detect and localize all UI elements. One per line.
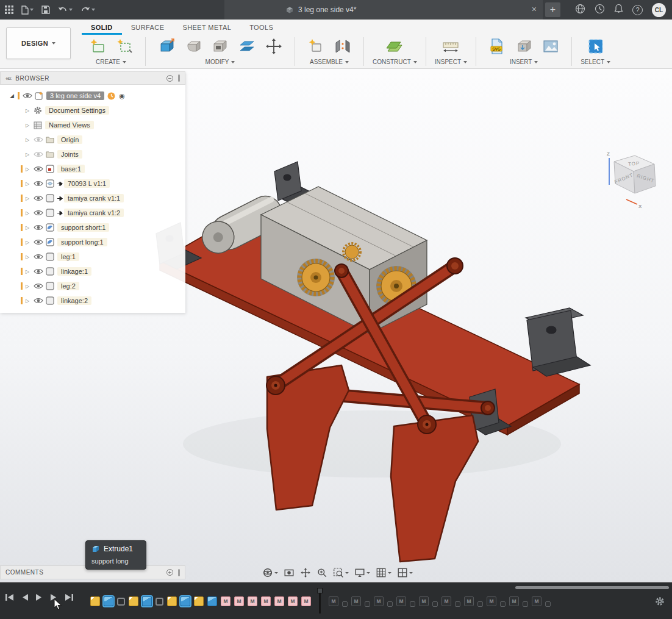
timeline-item-ghost-joint[interactable]: M (351, 596, 361, 606)
browser-row-tamiya-crank-1[interactable]: ▷ tamiya crank v1:1 (0, 191, 185, 206)
timeline-settings-gear-icon[interactable] (655, 596, 665, 609)
timeline-item-ghost-component[interactable] (545, 601, 551, 607)
move-copy-icon[interactable] (262, 35, 286, 57)
timeline-item-joint[interactable]: M (288, 596, 298, 606)
timeline-item-ghost-component[interactable] (432, 601, 438, 607)
timeline-item-ghost-joint[interactable]: M (396, 596, 406, 606)
undo-icon[interactable] (58, 6, 73, 14)
browser-row-root[interactable]: ◢ 3 leg one side v4 ◉ (0, 88, 185, 103)
timeline-item-ghost-joint[interactable]: M (487, 596, 496, 606)
timeline-item-ghost-joint[interactable]: M (419, 596, 429, 606)
expand-arrow-icon[interactable]: ▷ (26, 269, 34, 274)
job-status-icon[interactable] (595, 4, 605, 16)
visibility-eye-icon[interactable] (34, 268, 46, 274)
timeline-item-joint[interactable]: M (301, 596, 311, 606)
fillet-icon[interactable] (181, 35, 206, 57)
visibility-eye-icon[interactable] (34, 298, 46, 304)
design-workspace-menu[interactable]: DESIGN (6, 27, 71, 59)
timeline-item-sketch[interactable] (167, 596, 177, 606)
visibility-eye-icon[interactable] (34, 283, 46, 289)
timeline-item-extrude[interactable] (207, 596, 217, 606)
new-tab-button[interactable]: + (545, 2, 560, 17)
timeline-item-joint[interactable]: M (234, 596, 244, 606)
go-to-start-button[interactable] (5, 593, 14, 601)
timeline-item-ghost-joint[interactable]: M (464, 596, 474, 606)
browser-row-tamiya-crank-2[interactable]: ▷ tamiya crank v1:2 (0, 206, 185, 220)
joint-icon[interactable] (331, 35, 355, 57)
visibility-eye-icon[interactable] (34, 210, 46, 216)
timeline-item-ghost-component[interactable] (500, 601, 506, 607)
select-icon[interactable] (584, 35, 608, 57)
play-button[interactable] (35, 593, 43, 601)
timeline-item-ghost-joint[interactable]: M (441, 596, 451, 606)
timeline-item-ghost-joint[interactable]: M (374, 596, 384, 606)
document-tab[interactable]: 3 leg one side v4* × (224, 0, 543, 20)
assemble-menu[interactable]: ASSEMBLE (310, 59, 349, 65)
timeline-item-extrude[interactable] (104, 596, 113, 606)
visibility-eye-icon[interactable] (34, 137, 46, 143)
tab-sheet-metal[interactable]: SHEET METAL (173, 20, 240, 35)
browser-row-joints[interactable]: ▷ Joints (0, 147, 185, 162)
expand-arrow-icon[interactable]: ▷ (26, 123, 34, 128)
expand-arrow-icon[interactable]: ▷ (26, 181, 34, 187)
panel-resize-handle[interactable] (178, 74, 180, 82)
pan-icon[interactable] (300, 567, 311, 578)
expand-arrow-icon[interactable]: ▷ (26, 152, 34, 157)
collapse-all-icon[interactable] (166, 75, 173, 82)
visibility-eye-icon[interactable] (34, 224, 46, 231)
timeline-item-sketch[interactable] (129, 596, 138, 606)
timeline-item-ghost-joint[interactable]: M (509, 596, 519, 606)
visibility-eye-icon[interactable] (34, 195, 46, 201)
construct-menu[interactable]: CONSTRUCT (373, 59, 417, 65)
window-zoom-icon[interactable] (333, 567, 349, 578)
display-settings-icon[interactable] (354, 567, 370, 578)
zoom-icon[interactable] (316, 567, 327, 578)
timeline-item-joint[interactable]: M (274, 596, 284, 606)
press-pull-icon[interactable] (154, 35, 179, 57)
create-menu[interactable]: CREATE (96, 59, 126, 65)
add-comment-icon[interactable] (166, 569, 173, 576)
app-grid-icon[interactable] (5, 5, 13, 14)
timeline-item-component[interactable] (117, 598, 125, 606)
timeline-item-ghost-component[interactable] (410, 601, 415, 607)
expand-arrow-icon[interactable]: ▷ (26, 108, 34, 113)
expand-arrow-icon[interactable]: ▷ (26, 196, 34, 201)
timeline-playhead[interactable] (317, 588, 323, 615)
timeline-item-ghost-component[interactable] (342, 601, 348, 607)
expand-arrow-icon[interactable]: ▷ (26, 284, 34, 289)
browser-row-document-settings[interactable]: ▷ Document Settings (0, 103, 185, 118)
close-tab-icon[interactable]: × (532, 4, 537, 14)
insert-svg-icon[interactable]: SVG (485, 35, 509, 57)
inspect-menu[interactable]: INSPECT (435, 59, 467, 65)
browser-row-leg-2[interactable]: ▷ leg:2 (0, 279, 185, 293)
expand-arrow-icon[interactable]: ▷ (26, 137, 34, 143)
measure-icon[interactable] (438, 35, 463, 57)
tab-surface[interactable]: SURFACE (122, 20, 174, 35)
modify-menu[interactable]: MODIFY (206, 59, 235, 65)
timeline-item-sketch[interactable] (194, 596, 204, 606)
browser-row-70093[interactable]: ▷ 70093 L v1:1 (0, 176, 185, 191)
collapse-panel-icon[interactable]: «« (5, 74, 10, 82)
expand-arrow-icon[interactable]: ▷ (26, 225, 34, 231)
grid-display-icon[interactable] (376, 567, 391, 578)
timeline-scrollbar[interactable] (515, 586, 669, 589)
expand-arrow-icon[interactable]: ▷ (26, 240, 34, 245)
visibility-eye-icon[interactable] (34, 151, 46, 157)
browser-row-support-short[interactable]: ▷ support short:1 (0, 220, 185, 235)
timeline-item-ghost-component[interactable] (455, 601, 460, 607)
bracket-right[interactable] (526, 308, 590, 376)
timeline-item-ghost-joint[interactable]: M (532, 596, 542, 606)
expand-arrow-icon[interactable]: ▷ (26, 166, 34, 172)
timeline-item-ghost-component[interactable] (523, 601, 528, 607)
canvas-icon[interactable] (538, 35, 563, 57)
select-menu[interactable]: SELECT (581, 59, 610, 65)
timeline-item-ghost-component[interactable] (477, 601, 483, 607)
expand-arrow-icon[interactable]: ◢ (10, 93, 18, 99)
visibility-eye-icon[interactable] (34, 166, 46, 172)
offset-plane-icon[interactable] (382, 35, 407, 57)
tab-tools[interactable]: TOOLS (240, 20, 282, 35)
browser-root-label[interactable]: 3 leg one side v4 (46, 91, 104, 100)
browser-row-origin[interactable]: ▷ Origin (0, 132, 185, 147)
web-icon[interactable] (575, 4, 585, 16)
step-back-button[interactable] (21, 593, 29, 601)
